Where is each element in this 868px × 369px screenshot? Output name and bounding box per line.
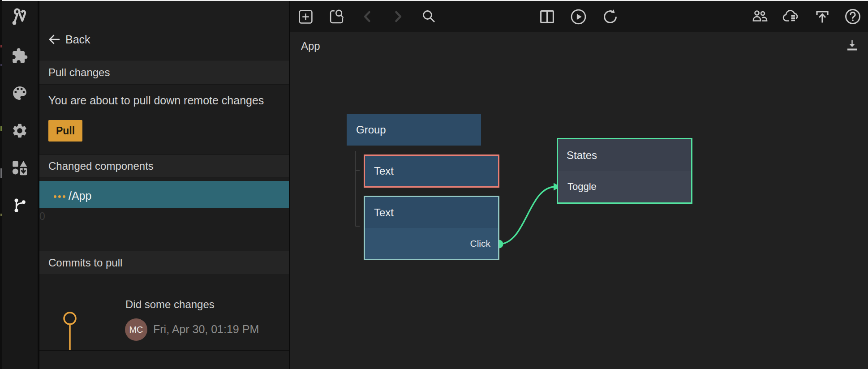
cloud-sync-button[interactable]	[778, 1, 804, 32]
deploy-button[interactable]	[810, 1, 835, 32]
node-group[interactable]: Group	[347, 114, 481, 146]
commit-author-avatar: MC	[125, 318, 147, 341]
icon-glyph	[570, 9, 587, 25]
dot	[63, 195, 65, 198]
node-header: States	[558, 139, 691, 171]
background-speck	[0, 214, 2, 216]
node-label: Group	[356, 124, 386, 136]
components-icon[interactable]	[2, 153, 38, 183]
collaborators-button[interactable]	[748, 1, 773, 32]
background-speck	[0, 126, 2, 131]
version-control-panel: Back Pull changes You are about to pull …	[39, 0, 289, 369]
changed-components-header: Changed components	[39, 154, 289, 177]
add-node-button[interactable]	[293, 1, 318, 32]
background-speck	[0, 45, 2, 47]
icon-glyph	[362, 10, 372, 23]
node-label: States	[567, 149, 597, 162]
pull-button[interactable]: Pull	[48, 120, 82, 142]
back-label: Back	[65, 33, 90, 46]
pull-message: You are about to pull down remote change…	[48, 94, 286, 107]
commit-message: Did some changes	[125, 298, 215, 311]
click-output-port[interactable]: Click	[470, 238, 491, 249]
background-speck	[0, 64, 2, 66]
dot	[58, 195, 61, 198]
icon-glyph	[539, 9, 555, 25]
toggle-input-port[interactable]: Toggle	[558, 171, 691, 202]
noodl-logo-icon[interactable]	[2, 2, 38, 31]
pull-changes-header: Pull changes	[39, 60, 289, 85]
section-header-label: Commits to pull	[48, 257, 122, 269]
icon-glyph	[602, 9, 618, 25]
icon-glyph	[814, 8, 831, 25]
nav-forward-button[interactable]	[386, 1, 411, 32]
settings-gear-icon[interactable]	[2, 116, 38, 146]
icon-glyph	[11, 84, 29, 102]
activity-bar	[2, 0, 38, 369]
component-dots-icon	[54, 192, 65, 198]
styles-palette-icon[interactable]	[2, 78, 38, 108]
changed-component-label: /App	[69, 186, 91, 202]
refresh-button[interactable]	[597, 1, 623, 32]
split-view-button[interactable]	[534, 1, 559, 32]
back-arrow-icon	[48, 34, 60, 44]
node-label: Text	[374, 206, 394, 219]
canvas-toolbar	[290, 1, 868, 32]
icon-glyph	[11, 196, 29, 214]
icon-glyph	[844, 8, 862, 26]
icon-glyph	[9, 6, 30, 27]
changed-component-item[interactable]: /App	[39, 181, 289, 208]
icon-glyph	[751, 8, 769, 26]
port-label: Toggle	[567, 181, 597, 193]
node-text-2[interactable]: Click Text	[364, 196, 499, 260]
nav-back-button[interactable]	[355, 1, 380, 32]
icon-glyph	[421, 9, 437, 25]
icon-glyph	[846, 39, 858, 52]
debug-counter: 0	[39, 210, 45, 223]
help-button[interactable]	[840, 1, 865, 32]
node-canvas[interactable]: App Group Text Click Text	[290, 0, 868, 369]
search-button[interactable]	[417, 1, 442, 32]
icon-glyph	[11, 122, 28, 139]
icon-glyph	[11, 47, 28, 64]
window-top-highlight	[2, 0, 868, 1]
dot	[54, 195, 56, 198]
node-text-1[interactable]: Text	[364, 154, 499, 188]
commit-date: Fri, Apr 30, 01:19 PM	[153, 323, 259, 336]
icon-glyph	[328, 9, 345, 25]
section-header-label: Pull changes	[48, 66, 110, 79]
icon-glyph	[393, 10, 403, 23]
breadcrumb-component-name[interactable]: App	[301, 40, 320, 52]
version-control-icon[interactable]	[2, 190, 38, 220]
section-header-label: Changed components	[48, 160, 154, 172]
back-button[interactable]: Back	[39, 30, 289, 49]
icon-glyph	[11, 159, 29, 177]
node-states[interactable]: States Toggle	[557, 138, 692, 204]
commit-graph	[39, 287, 102, 351]
node-header: Text	[365, 197, 498, 228]
node-label: Text	[374, 165, 394, 177]
run-preview-button[interactable]	[566, 1, 591, 32]
plugins-icon[interactable]	[2, 41, 38, 71]
icon-glyph	[782, 7, 800, 26]
app-window: Back Pull changes You are about to pull …	[0, 0, 868, 369]
background-window-edge	[0, 0, 2, 369]
sidebar-divider	[39, 350, 289, 351]
node-ports-section: Click	[365, 228, 498, 259]
download-icon[interactable]	[842, 38, 862, 54]
commits-to-pull-header: Commits to pull	[39, 251, 289, 275]
icon-glyph	[298, 9, 313, 24]
background-speck	[0, 168, 2, 178]
search-components-button[interactable]	[324, 1, 349, 32]
